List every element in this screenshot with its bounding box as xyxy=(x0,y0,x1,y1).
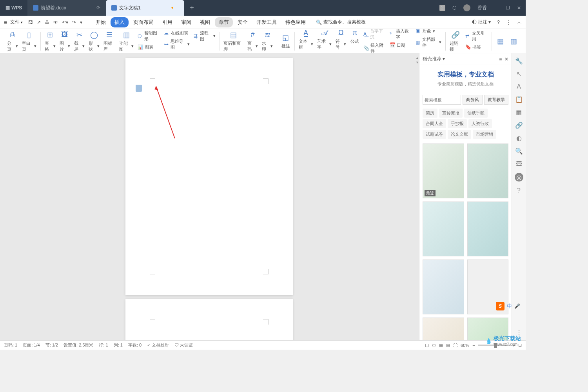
status-page-of[interactable]: 页面: 1/4 xyxy=(23,342,40,348)
tab-security[interactable]: 安全 xyxy=(234,17,252,27)
iconlib-button[interactable]: ☰图标库 xyxy=(103,30,115,52)
view-read-icon[interactable]: ▭ xyxy=(432,343,436,348)
rail-cursor-icon[interactable]: ↖ xyxy=(516,70,521,78)
more-icon[interactable]: ⋮ xyxy=(506,20,511,25)
online-chart-button[interactable]: ☁在线图表 xyxy=(164,30,190,36)
template-item[interactable] xyxy=(467,201,509,256)
tag-newspaper[interactable]: 手抄报 xyxy=(448,119,467,128)
crossref-button[interactable]: ⇄交叉引用 xyxy=(465,30,488,42)
view-print-icon[interactable]: ▢ xyxy=(425,343,429,348)
bookmark-button[interactable]: 🔖书签 xyxy=(465,44,488,50)
tab-section[interactable]: 章节 xyxy=(215,17,233,27)
rail-link-icon[interactable]: 🔗 xyxy=(515,122,523,129)
header-footer-button[interactable]: ▤页眉和页脚 xyxy=(223,30,243,52)
command-search[interactable]: 🔍 查找命令、搜索模板 xyxy=(316,19,366,25)
ruler-toggle[interactable]: ▴▾ xyxy=(416,56,418,64)
panel-title[interactable]: 稻壳推荐 ▾ xyxy=(423,56,445,62)
status-proofing[interactable]: ✓ 文档校对 xyxy=(147,342,169,348)
help-icon[interactable]: ? xyxy=(497,20,500,25)
file-menu[interactable]: 文件▾ xyxy=(10,19,23,25)
watermark-button[interactable]: ≋水印▾ xyxy=(262,30,272,52)
tab-references[interactable]: 引用 xyxy=(158,17,176,27)
page-1[interactable] xyxy=(125,58,293,295)
maximize-button[interactable]: ☐ xyxy=(506,5,510,11)
page-number-button[interactable]: #页码▾ xyxy=(247,30,258,52)
tag-exam[interactable]: 试题试卷 xyxy=(423,130,446,139)
picture-button[interactable]: 🖼图片▾ xyxy=(60,30,70,52)
template-item[interactable] xyxy=(467,143,509,198)
collapse-ribbon-icon[interactable]: ︿ xyxy=(517,19,522,25)
page-doc-handle[interactable] xyxy=(136,85,142,92)
textbox-button[interactable]: A̲文本框▾ xyxy=(299,28,313,50)
rail-search-icon[interactable]: 🔍 xyxy=(515,147,523,155)
template-item[interactable] xyxy=(423,318,464,340)
rail-clipboard-icon[interactable]: 📋 xyxy=(515,96,523,103)
status-page[interactable]: 页码: 1 xyxy=(4,342,17,348)
insert-number-button[interactable]: ⁹插入数字 xyxy=(390,28,412,40)
zoom-out-button[interactable]: − xyxy=(472,343,475,348)
comment-button[interactable]: ◱批注 xyxy=(281,33,290,49)
preview-icon[interactable]: 👁 xyxy=(53,20,58,25)
tag-poster[interactable]: 宣传海报 xyxy=(439,109,463,118)
attachment-button[interactable]: 📎插入附件 xyxy=(363,42,385,54)
tag-contract[interactable]: 合同大全 xyxy=(423,119,446,128)
chart-button[interactable]: 📊图表 xyxy=(138,44,160,50)
tab-review[interactable]: 审阅 xyxy=(177,17,195,27)
screenshot-button[interactable]: ✂截屏▾ xyxy=(74,30,85,52)
user-avatar[interactable] xyxy=(463,4,470,11)
symbol-button[interactable]: Ω符号▾ xyxy=(336,28,346,50)
status-line[interactable]: 行: 1 xyxy=(99,342,108,348)
tab-view[interactable]: 视图 xyxy=(196,17,214,27)
document-canvas[interactable]: ▴▾ xyxy=(0,53,419,340)
hamburger-icon[interactable]: ≡ xyxy=(4,19,7,25)
func-chart-button[interactable]: ▥功能图▾ xyxy=(119,30,134,52)
search-filter-business[interactable]: 商务风 xyxy=(463,95,483,105)
app-icon[interactable]: ⬡ xyxy=(452,5,456,11)
date-button[interactable]: 📅日期 xyxy=(390,42,412,48)
doc-tab-2[interactable]: 文字文稿1 • xyxy=(106,0,184,16)
redo-icon[interactable]: ↷ xyxy=(72,20,76,25)
rail-image-icon[interactable]: 🖼 xyxy=(516,160,522,167)
status-setting[interactable]: 设置值: 2.5厘米 xyxy=(64,342,93,348)
view-outline-icon[interactable]: ▤ xyxy=(446,343,450,348)
template-search-input[interactable] xyxy=(423,95,461,105)
view-fullscreen-icon[interactable]: ⛶ xyxy=(453,343,457,348)
qat-dropdown[interactable]: ▾ xyxy=(80,20,82,25)
close-button[interactable]: ✕ xyxy=(517,5,521,11)
tag-paper[interactable]: 论文文献 xyxy=(448,130,471,139)
smartart-button[interactable]: ⬡智能图形 xyxy=(138,30,160,42)
tab-pagelayout[interactable]: 页面布局 xyxy=(129,17,158,27)
rail-skin-icon[interactable]: ◎ xyxy=(515,173,523,181)
rail-wrench-icon[interactable]: 🔧 xyxy=(515,57,523,65)
object-button[interactable]: ▣对象▾ xyxy=(416,28,441,34)
doc-tab-1[interactable]: 盼望着.docx ⟳ xyxy=(27,0,106,16)
wps-logo[interactable]: ▦ WPS xyxy=(0,5,27,11)
hyperlink-button[interactable]: 🔗超链接 xyxy=(450,30,461,52)
tag-marketing[interactable]: 市场营销 xyxy=(473,130,496,139)
shapes-button[interactable]: ◯形状▾ xyxy=(89,30,99,52)
template-item[interactable] xyxy=(423,201,464,256)
export-icon[interactable]: ↗ xyxy=(37,20,41,25)
search-filter-education[interactable]: 教育教学 xyxy=(484,95,508,105)
rail-ruler-icon[interactable]: ▦ xyxy=(516,109,522,116)
tab-insert[interactable]: 插入 xyxy=(111,17,129,27)
status-words[interactable]: 字数: 0 xyxy=(128,342,142,348)
ime-indicator[interactable]: S 中 🎤 xyxy=(496,302,520,310)
page-2[interactable] xyxy=(125,299,293,340)
save-icon[interactable]: 🖫 xyxy=(28,20,33,25)
print-icon[interactable]: 🖶 xyxy=(45,20,49,25)
page-break-button[interactable]: ⎙分页▾ xyxy=(7,30,18,52)
template-item[interactable] xyxy=(423,260,464,314)
tab-featured[interactable]: 特色应用 xyxy=(281,17,310,27)
tab-start[interactable]: 开始 xyxy=(92,17,110,27)
rail-shape-icon[interactable]: ◐ xyxy=(516,134,522,142)
zoom-value[interactable]: 60% xyxy=(461,343,469,348)
tab-sync-icon[interactable]: ⟳ xyxy=(96,5,100,11)
mindmap-button[interactable]: ⊶思维导图▾ xyxy=(164,38,190,50)
blank-page-button[interactable]: ▯空白页▾ xyxy=(22,30,37,52)
status-col[interactable]: 列: 1 xyxy=(114,342,123,348)
panel-close-icon[interactable]: ✕ xyxy=(505,56,508,62)
tab-devtools[interactable]: 开发工具 xyxy=(252,17,281,27)
tag-letter[interactable]: 信纸手账 xyxy=(464,109,488,118)
table-button[interactable]: ⊞表格▾ xyxy=(45,30,55,52)
